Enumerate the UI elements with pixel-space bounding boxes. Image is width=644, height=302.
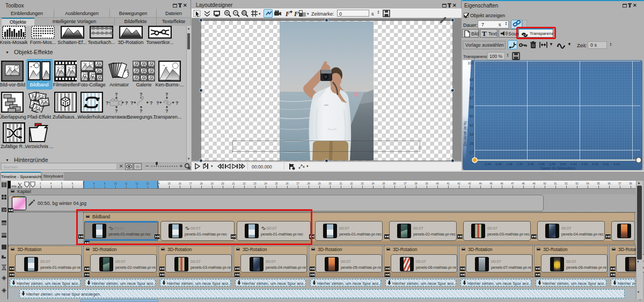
svg-text:2,46: 2,46 <box>528 163 534 166</box>
svg-text:1,97: 1,97 <box>517 163 523 166</box>
svg-text:2,96: 2,96 <box>538 163 545 166</box>
svg-text:Deckkraft (in %): Deckkraft (in %) <box>463 121 467 146</box>
svg-text:67: 67 <box>470 96 474 100</box>
svg-text:?: ? <box>175 100 179 106</box>
svg-text:4,93: 4,93 <box>581 163 588 166</box>
svg-text:?: ? <box>115 92 118 97</box>
svg-text:?: ? <box>140 108 143 113</box>
svg-text:F: F <box>294 10 298 17</box>
svg-text:59: 59 <box>470 105 474 109</box>
svg-text:1,48: 1,48 <box>506 163 513 166</box>
svg-text:?: ? <box>156 100 159 106</box>
svg-text:25: 25 <box>470 142 474 145</box>
svg-text:5,42: 5,42 <box>592 163 598 166</box>
svg-text:42: 42 <box>470 123 474 127</box>
svg-text:4,43: 4,43 <box>570 163 577 166</box>
svg-text:0,99: 0,99 <box>495 163 502 166</box>
svg-text:?: ? <box>106 100 109 106</box>
svg-text:34: 34 <box>470 132 474 136</box>
svg-text:76: 76 <box>470 87 474 91</box>
svg-text:6,41: 6,41 <box>613 163 620 166</box>
svg-text:100: 100 <box>467 61 473 65</box>
svg-text:?: ? <box>150 100 153 106</box>
svg-text:?: ? <box>130 100 134 106</box>
svg-text:?: ? <box>115 108 118 113</box>
svg-text:0,49: 0,49 <box>485 163 491 166</box>
svg-text:17: 17 <box>470 151 474 154</box>
svg-text:5,91: 5,91 <box>603 163 609 166</box>
svg-text:50: 50 <box>470 114 474 118</box>
svg-text:?: ? <box>125 100 128 106</box>
svg-text:3,94: 3,94 <box>560 163 566 166</box>
svg-text:84: 84 <box>470 78 474 82</box>
svg-text:Dauer (in Sekunden): Dauer (in Sekunden) <box>540 166 575 170</box>
svg-text:?: ? <box>165 92 169 97</box>
svg-text:?: ? <box>165 108 169 113</box>
svg-text:F: F <box>285 10 290 17</box>
svg-text:3,45: 3,45 <box>549 163 555 166</box>
